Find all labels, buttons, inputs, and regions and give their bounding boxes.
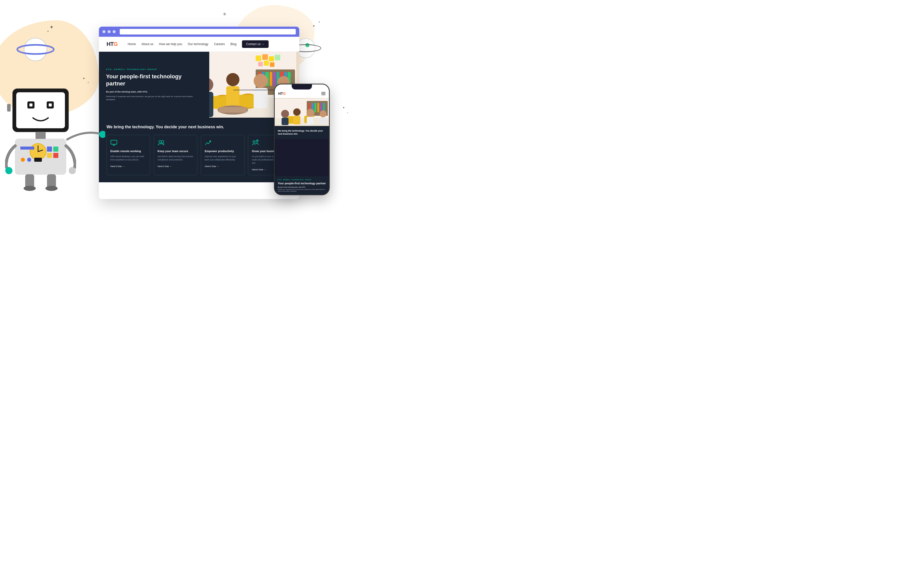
hamburger-line-3 [321,95,325,95]
mobile-hero-overlay: HTG. HOWELL TECHNOLOGY GROUP Your people… [275,176,329,194]
mobile-hero-eyebrow: HTG. HOWELL TECHNOLOGY GROUP [278,179,326,181]
svg-point-31 [24,186,36,191]
hero-description: Delivering IT expertise and cloud servic… [106,95,202,101]
service-link-productivity[interactable]: Here's how → [205,165,241,168]
service-card-productivity[interactable]: Empower productivity Improve user experi… [201,135,245,175]
svg-point-92 [293,108,301,116]
mobile-hero-desc: Delivering IT expertise and cloud servic… [278,189,326,192]
svg-point-96 [320,110,326,117]
svg-rect-69 [219,107,247,113]
mobile-content: HTG [275,84,329,194]
service-link-remote[interactable]: Here's how → [110,165,146,168]
mobile-hero-subtitle: Be part of the winning team, with HTG. [278,186,326,188]
svg-rect-84 [315,103,316,112]
hamburger-line-1 [321,92,325,92]
service-title-productivity: Empower productivity [205,149,241,153]
svg-point-74 [161,140,164,143]
service-title-remote: Enable remote working [110,149,146,153]
chart-trending-icon [205,139,212,146]
svg-rect-39 [256,56,261,61]
sparkle-1: ✦ [49,24,54,30]
site-logo: HTG [107,41,118,48]
svg-point-34 [69,167,76,174]
svg-rect-25 [20,146,34,149]
svg-rect-13 [29,103,32,106]
browser-dot-red [102,30,105,33]
services-section: We bring the technology. You decide your… [99,118,299,182]
site-nav-links: Home About us How we help you Our techno… [127,40,292,48]
svg-rect-14 [49,103,52,106]
sparkle-6: ✦ [83,76,85,80]
service-title-secure: Keep your team secure [157,149,194,153]
svg-rect-95 [307,117,314,124]
service-link-secure[interactable]: Here's how → [157,165,194,168]
svg-rect-91 [281,118,288,125]
svg-rect-44 [264,60,269,66]
nav-blog[interactable]: Blog [230,42,236,46]
svg-rect-40 [262,54,268,60]
growth-people-icon [252,139,259,146]
svg-point-73 [159,140,161,143]
shield-users-icon [157,139,165,146]
sparkle-7: + [87,81,89,84]
svg-point-36 [99,131,105,138]
sparkle-9: + [347,111,348,114]
svg-rect-43 [258,62,263,67]
planet-left [15,35,56,64]
svg-point-35 [5,167,13,174]
hero-title: Your people-first technology partner [106,73,202,87]
svg-point-94 [306,109,314,117]
svg-rect-10 [16,92,65,128]
svg-rect-50 [270,72,272,86]
svg-point-62 [226,73,239,86]
hero-overlay: HTG. HOWELL TECHNOLOGY GROUP Your people… [99,52,209,118]
service-desc-secure: Get built-in data security that ensures … [157,155,194,162]
svg-rect-45 [270,62,274,67]
nav-technology[interactable]: Our technology [188,42,208,46]
hero-subtitle: Be part of the winning team, with HTG. [106,91,202,93]
svg-point-90 [281,110,289,118]
services-headline: We bring the technology. You decide your… [107,125,292,129]
service-card-secure[interactable]: Keep your team secure Get built-in data … [154,135,197,175]
browser-dot-green [113,30,116,33]
browser-dot-yellow [108,30,111,33]
mobile-hero-image [275,98,329,126]
sparkle-3: ✳ [223,11,226,17]
mobile-hamburger[interactable] [321,92,325,95]
hero-eyebrow: HTG. HOWELL TECHNOLOGY GROUP [106,68,202,70]
sparkle-2: ✦ [47,30,49,33]
svg-rect-97 [320,117,326,123]
hamburger-line-2 [321,93,325,94]
svg-point-32 [45,186,57,191]
mobile-hero-title: Your people-first technology partner [278,181,326,185]
browser-url-bar[interactable] [120,29,296,35]
sparkle-5: ✦ [318,21,320,23]
svg-rect-70 [111,140,117,144]
sparkle-8: ✦ [342,106,345,110]
svg-point-26 [21,158,25,162]
svg-rect-15 [7,104,11,111]
mobile-logo: HTG [278,92,286,95]
nav-careers[interactable]: Careers [214,42,225,46]
mobile-mockup: HTG [274,84,330,195]
svg-point-77 [256,140,258,142]
service-card-remote[interactable]: Enable remote working With virtual deskt… [107,135,150,175]
nav-how-we-help[interactable]: How we help you [159,42,182,46]
svg-rect-16 [35,132,46,140]
svg-rect-22 [53,146,58,152]
nav-contact-button[interactable]: Contact us → [242,40,269,48]
svg-point-5 [305,43,309,47]
nav-home[interactable]: Home [127,42,136,46]
svg-point-0 [24,38,47,61]
browser-chrome [99,27,299,37]
svg-rect-42 [275,55,280,60]
svg-rect-41 [269,56,274,61]
services-grid: Enable remote working With virtual deskt… [107,135,292,175]
svg-point-64 [254,74,268,88]
nav-about[interactable]: About us [141,42,153,46]
svg-point-27 [27,158,31,162]
mobile-frame: HTG [274,84,330,195]
service-desc-productivity: Improve user experience so your team can… [205,155,241,162]
svg-rect-85 [317,103,319,112]
svg-point-75 [210,140,211,142]
